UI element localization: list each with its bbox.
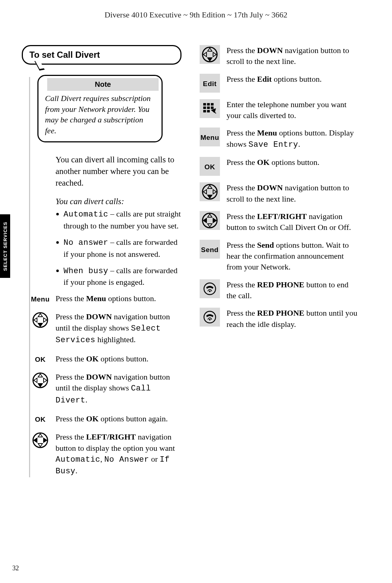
step-text: Press the DOWN navigation button to scro… bbox=[226, 182, 359, 205]
nav-down-icon bbox=[202, 46, 218, 62]
step-row: MenuPress the Menu options button. bbox=[30, 293, 181, 304]
button-label-menu: Menu bbox=[30, 294, 50, 303]
title-notch-icon bbox=[34, 60, 45, 70]
button-label-ok: OK bbox=[200, 162, 220, 171]
step-row: Press the DOWN navigation button until t… bbox=[30, 311, 181, 346]
button-label-send: Send bbox=[200, 244, 220, 254]
step-icon-slot: OK bbox=[200, 157, 220, 176]
nav-left-right-icon bbox=[32, 432, 48, 448]
step-text: Press the LEFT/RIGHT navigation button t… bbox=[56, 432, 181, 477]
step-icon-slot: Edit bbox=[200, 74, 220, 93]
step-icon-slot bbox=[30, 432, 50, 448]
step-row: Press the LEFT/RIGHT navigation button t… bbox=[200, 211, 359, 233]
step-text: Press the Menu options button. Display s… bbox=[226, 127, 359, 150]
step-text: Press the Send options button. Wait to h… bbox=[226, 240, 359, 273]
step-text: Press the OK options button again. bbox=[56, 413, 181, 424]
step-text: Press the DOWN navigation button until t… bbox=[56, 372, 181, 406]
step-row: MenuPress the Menu options button. Displ… bbox=[200, 127, 359, 150]
divert-heading: You can divert calls: bbox=[56, 197, 181, 206]
step-text: Press the RED PHONE button until you rea… bbox=[226, 308, 359, 330]
step-row: Press the DOWN navigation button until t… bbox=[30, 372, 181, 406]
step-row: Press the LEFT/RIGHT navigation button t… bbox=[30, 432, 181, 477]
bullet-automatic: Automatic – calls are put straight throu… bbox=[64, 208, 181, 232]
nav-down-icon bbox=[32, 312, 48, 328]
step-row: OKPress the OK options button again. bbox=[30, 413, 181, 424]
step-icon-slot: OK bbox=[30, 353, 50, 364]
intro-text: You can divert all incoming calls to ano… bbox=[56, 154, 181, 189]
red-phone-icon bbox=[203, 282, 216, 295]
step-text: Press the RED PHONE button to end the ca… bbox=[226, 279, 359, 301]
step-icon-slot: OK bbox=[30, 413, 50, 424]
left-step-list: MenuPress the Menu options button.Press … bbox=[30, 293, 181, 477]
step-text: Press the DOWN navigation button until t… bbox=[56, 311, 181, 346]
step-text: Press the OK options button. bbox=[56, 353, 181, 364]
step-icon-slot: Menu bbox=[200, 127, 220, 146]
step-text: Press the Edit options button. bbox=[226, 74, 359, 85]
step-text: Press the DOWN navigation button to scro… bbox=[226, 45, 359, 67]
step-text: Press the Menu options button. bbox=[56, 293, 181, 304]
keypad-icon bbox=[203, 102, 217, 115]
right-step-list: Press the DOWN navigation button to scro… bbox=[200, 45, 359, 330]
step-icon-slot: Send bbox=[200, 240, 220, 259]
step-row: EditPress the Edit options button. bbox=[200, 74, 359, 93]
step-row: OKPress the OK options button. bbox=[30, 353, 181, 364]
nav-left-right-icon bbox=[202, 212, 218, 228]
nav-down-icon bbox=[202, 184, 218, 200]
procedure-title-text: To set Call Divert bbox=[29, 50, 100, 60]
step-icon-slot bbox=[30, 372, 50, 388]
bullet-when-busy: When busy – calls are forwarded if your … bbox=[64, 265, 181, 288]
step-icon-slot bbox=[200, 99, 220, 118]
step-row: Press the RED PHONE button to end the ca… bbox=[200, 279, 359, 301]
step-row: Press the DOWN navigation button to scro… bbox=[200, 45, 359, 67]
note-heading: Note bbox=[47, 78, 159, 91]
step-icon-slot bbox=[200, 182, 220, 201]
step-row: Press the DOWN navigation button to scro… bbox=[200, 182, 359, 205]
note-body: Call Divert requires subscription from y… bbox=[38, 91, 162, 141]
button-label-ok: OK bbox=[30, 354, 50, 364]
red-phone-icon bbox=[203, 311, 216, 324]
procedure-title: To set Call Divert bbox=[22, 45, 181, 65]
divert-bullet-list: Automatic – calls are put straight throu… bbox=[56, 208, 181, 288]
step-row: Enter the telephone number you want your… bbox=[200, 99, 359, 121]
bullet-no-answer: No answer – calls are forwarded if your … bbox=[64, 237, 181, 260]
page-number: 32 bbox=[12, 564, 19, 572]
section-tab: SELECT SERVICES bbox=[0, 214, 10, 278]
step-icon-slot: Menu bbox=[30, 293, 50, 303]
bullet-code: Automatic bbox=[64, 210, 108, 219]
note-box: Note Call Divert requires subscription f… bbox=[37, 75, 163, 142]
button-label-menu: Menu bbox=[200, 132, 220, 142]
bullet-code: When busy bbox=[64, 267, 108, 276]
nav-down-icon bbox=[32, 372, 48, 388]
step-row: Press the RED PHONE button until you rea… bbox=[200, 308, 359, 330]
step-icon-slot bbox=[200, 211, 220, 230]
step-text: Press the OK options button. bbox=[226, 157, 359, 168]
step-icon-slot bbox=[30, 311, 50, 328]
section-tab-label: SELECT SERVICES bbox=[3, 222, 8, 271]
step-icon-slot bbox=[200, 45, 220, 64]
step-icon-slot bbox=[200, 279, 220, 298]
step-row: SendPress the Send options button. Wait … bbox=[200, 240, 359, 273]
step-row: OKPress the OK options button. bbox=[200, 157, 359, 176]
bullet-code: No answer bbox=[64, 238, 108, 247]
step-icon-slot bbox=[200, 308, 220, 327]
page-header: Diverse 4010 Executive ~ 9th Edition ~ 1… bbox=[0, 0, 392, 20]
button-label-ok: OK bbox=[30, 414, 50, 424]
step-text: Press the LEFT/RIGHT navigation button t… bbox=[226, 211, 359, 233]
button-label-edit: Edit bbox=[200, 78, 220, 88]
step-text: Enter the telephone number you want your… bbox=[226, 99, 359, 121]
